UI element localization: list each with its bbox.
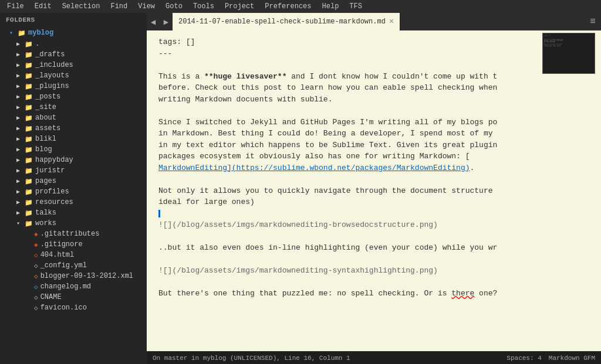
- sidebar-item-posts[interactable]: ▶ 📁 _posts: [0, 91, 147, 102]
- sidebar-root-myblog[interactable]: ▾ 📁 myblog: [0, 27, 147, 39]
- sidebar-item-includes[interactable]: ▶ 📁 _includes: [0, 60, 147, 70]
- tab-bar: ◀ ▶ 2014-11-07-enable-spell-check-sublim…: [147, 13, 601, 30]
- main-area: FOLDERS ▾ 📁 myblog ▶ 📁 . ▶ 📁 _drafts ▶ 📁…: [0, 13, 601, 364]
- collapse-arrow-icon: ▶: [16, 157, 22, 164]
- sidebar-item-label: resources: [35, 198, 73, 206]
- sidebar-item-blikl[interactable]: ▶ 📁 blikl: [0, 134, 147, 144]
- folder-icon: 📁: [25, 62, 33, 69]
- tab-nav-right-button[interactable]: ▶: [160, 13, 173, 30]
- editor-text: tags: [] --- This is a **huge livesaver*…: [158, 36, 589, 300]
- sidebar-item-label: works: [35, 219, 56, 227]
- sidebar-root-label: myblog: [28, 29, 53, 37]
- sidebar-item-layouts[interactable]: ▶ 📁 _layouts: [0, 70, 147, 81]
- sidebar-item-assets[interactable]: ▶ 📁 assets: [0, 123, 147, 134]
- minimap-thumbnail: tags: [] --- This is a **huge livesaver*…: [542, 33, 595, 74]
- status-right: Spaces: 4 Markdown GFM: [507, 355, 595, 362]
- status-bar: On master in myblog (UNLICENSED), Line 1…: [147, 351, 601, 364]
- html-file-icon: ◇: [34, 251, 38, 259]
- collapse-arrow-icon: ▶: [16, 209, 22, 216]
- sidebar-item-label: _site: [35, 103, 56, 111]
- sidebar-item-changelog-md[interactable]: ◇ changelog.md: [0, 281, 147, 292]
- folder-icon: 📁: [25, 157, 33, 164]
- sidebar-item-label: assets: [35, 124, 60, 132]
- menu-edit[interactable]: Edit: [30, 1, 56, 12]
- expand-arrow-icon: ▾: [9, 29, 15, 36]
- sidebar-item-label: _plugins: [35, 82, 69, 90]
- folder-icon: 📁: [25, 135, 33, 143]
- sidebar-item-blog[interactable]: ▶ 📁 blog: [0, 144, 147, 155]
- menu-find[interactable]: Find: [106, 1, 132, 12]
- sidebar-item-label: favicon.ico: [40, 304, 87, 312]
- generic-file-icon: ◇: [34, 294, 38, 301]
- collapse-arrow-icon: ▶: [16, 62, 22, 69]
- menu-project[interactable]: Project: [220, 1, 259, 12]
- sidebar-item-profiles[interactable]: ▶ 📁 profiles: [0, 186, 147, 197]
- tab-close-button[interactable]: ×: [389, 18, 394, 26]
- tab-active[interactable]: 2014-11-07-enable-spell-check-sublime-ma…: [173, 13, 400, 30]
- folder-icon: 📁: [25, 40, 33, 48]
- menu-view[interactable]: View: [133, 1, 160, 12]
- generic-file-icon: ◇: [34, 304, 38, 312]
- menu-tools[interactable]: Tools: [188, 1, 219, 12]
- menu-help[interactable]: Help: [318, 1, 344, 12]
- sidebar-item-favicon[interactable]: ◇ favicon.ico: [0, 302, 147, 313]
- folder-icon: 📁: [25, 125, 33, 132]
- sidebar-item-label: blog: [35, 145, 52, 154]
- menu-goto[interactable]: Goto: [161, 1, 187, 12]
- sidebar-item-plugins[interactable]: ▶ 📁 _plugins: [0, 81, 147, 91]
- sidebar-item-about[interactable]: ▶ 📁 about: [0, 113, 147, 123]
- sidebar-header: FOLDERS: [0, 13, 147, 27]
- sidebar-item-drafts[interactable]: ▶ 📁 _drafts: [0, 49, 147, 60]
- folder-icon: 📁: [25, 146, 33, 154]
- yml-file-icon: ◇: [34, 262, 38, 270]
- tab-menu-button[interactable]: ≡: [585, 13, 601, 30]
- folder-icon: 📁: [25, 104, 33, 111]
- sidebar-item-label: 404.html: [40, 251, 75, 259]
- sidebar-item-resources[interactable]: ▶ 📁 resources: [0, 197, 147, 207]
- tab-filename: 2014-11-07-enable-spell-check-sublime-ma…: [178, 18, 386, 26]
- collapse-arrow-icon: ▶: [16, 72, 22, 79]
- sidebar-item-label: about: [35, 114, 56, 122]
- sidebar-item-gitattributes[interactable]: ◈ .gitattributes: [0, 229, 147, 239]
- collapse-arrow-icon: ▶: [16, 135, 22, 142]
- sidebar-item-label: juristr: [35, 166, 65, 175]
- sidebar-item-label: _drafts: [35, 50, 65, 59]
- git-icon: ◈: [34, 230, 38, 238]
- collapse-arrow-icon: ▶: [16, 125, 22, 132]
- sidebar-item-gitignore[interactable]: ◈ .gitignore: [0, 239, 147, 250]
- folder-icon: 📁: [25, 114, 33, 122]
- collapse-arrow-icon: ▶: [16, 40, 22, 47]
- syntax-indicator: Markdown GFM: [549, 355, 595, 362]
- editor-area: ◀ ▶ 2014-11-07-enable-spell-check-sublim…: [147, 13, 601, 364]
- menu-tfs[interactable]: TFS: [345, 1, 367, 12]
- folder-icon: 📁: [25, 199, 33, 206]
- menu-selection[interactable]: Selection: [58, 1, 105, 12]
- folder-icon: 📁: [25, 188, 33, 196]
- menu-file[interactable]: File: [2, 1, 29, 12]
- sidebar-item-label: blikl: [35, 135, 56, 143]
- menu-preferences[interactable]: Preferences: [260, 1, 316, 12]
- expand-arrow-icon: ▾: [16, 220, 22, 227]
- collapse-arrow-icon: ▶: [16, 178, 22, 185]
- sidebar-item-dot[interactable]: ▶ 📁 .: [0, 39, 147, 49]
- sidebar-item-label: _config.yml: [40, 261, 87, 270]
- xml-file-icon: ◇: [34, 273, 38, 280]
- folder-icon: 📁: [25, 209, 33, 217]
- sidebar-item-talks[interactable]: ▶ 📁 talks: [0, 207, 147, 218]
- sidebar-item-label: .gitattributes: [40, 230, 100, 238]
- editor-content[interactable]: tags: [] --- This is a **huge livesaver*…: [147, 30, 601, 351]
- sidebar-item-works[interactable]: ▾ 📁 works: [0, 218, 147, 229]
- folder-icon: 📁: [25, 220, 33, 227]
- sidebar-item-label: _posts: [35, 93, 60, 101]
- sidebar-item-cname[interactable]: ◇ CNAME: [0, 292, 147, 302]
- sidebar-item-404[interactable]: ◇ 404.html: [0, 250, 147, 260]
- sidebar-item-site[interactable]: ▶ 📁 _site: [0, 102, 147, 113]
- collapse-arrow-icon: ▶: [16, 104, 22, 111]
- sidebar-item-config-yml[interactable]: ◇ _config.yml: [0, 260, 147, 271]
- sidebar-item-happybday[interactable]: ▶ 📁 happybday: [0, 155, 147, 165]
- sidebar-item-pages[interactable]: ▶ 📁 pages: [0, 176, 147, 186]
- sidebar-item-blogger-xml[interactable]: ◇ blogger-09-13-2012.xml: [0, 271, 147, 281]
- sidebar-item-label: pages: [35, 177, 56, 185]
- sidebar-item-juristr[interactable]: ▶ 📁 juristr: [0, 165, 147, 176]
- tab-nav-left-button[interactable]: ◀: [147, 13, 160, 30]
